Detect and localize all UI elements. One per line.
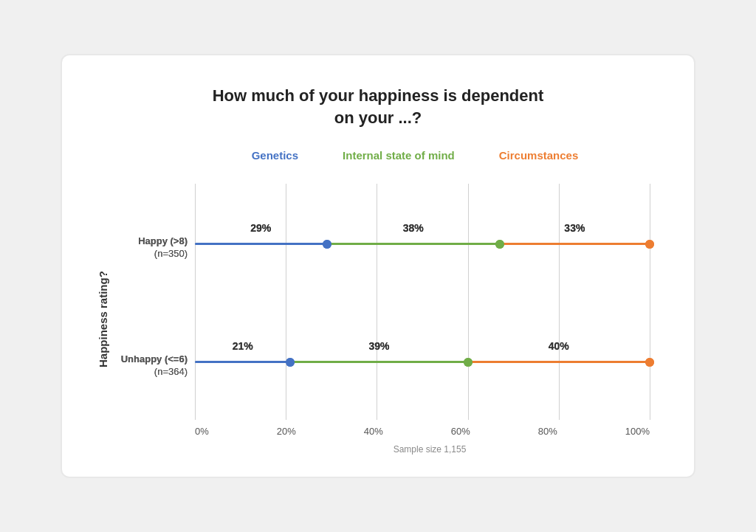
x-tick: 40% (364, 426, 383, 437)
chart-title: How much of your happiness is dependent … (92, 85, 664, 128)
genetics-pct-label: 29% (250, 222, 271, 234)
genetics-dot (323, 240, 331, 249)
grid-line (195, 184, 196, 420)
chart-card: How much of your happiness is dependent … (61, 54, 695, 478)
legend-internal: Internal state of mind (343, 149, 455, 162)
x-tick: 0% (195, 426, 209, 437)
circumstances-line (500, 243, 650, 245)
chart-inner: Happy (>8)(n=350)29%38%33%Unhappy (<=6)(… (114, 184, 664, 455)
grid-line (559, 184, 560, 420)
row-label: Unhappy (<=6)(n=364) (110, 353, 188, 379)
x-tick: 80% (538, 426, 557, 437)
x-tick: 60% (451, 426, 470, 437)
legend: Genetics Internal state of mind Circumst… (165, 149, 664, 162)
y-axis-label: Happiness rating? (92, 184, 114, 455)
internal-line (290, 361, 467, 363)
circumstances-pct-label: 40% (549, 340, 569, 352)
genetics-pct-label: 21% (233, 340, 253, 352)
circumstances-line (468, 361, 650, 363)
legend-circumstances: Circumstances (499, 149, 579, 162)
x-tick: 20% (277, 426, 296, 437)
internal-pct-label: 38% (403, 222, 424, 234)
genetics-line (195, 243, 327, 245)
internal-line (327, 243, 500, 245)
genetics-line (195, 361, 290, 363)
internal-dot (495, 240, 504, 249)
legend-genetics: Genetics (252, 149, 298, 162)
circumstances-dot (645, 240, 654, 249)
grid-line (286, 184, 286, 420)
sample-size: Sample size 1,155 (195, 444, 664, 455)
internal-pct-label: 39% (368, 340, 389, 352)
chart-area: Happiness rating? Happy (>8)(n=350)29%38… (92, 184, 664, 455)
circumstances-pct-label: 33% (564, 222, 585, 234)
genetics-dot (286, 358, 295, 367)
internal-dot (464, 358, 472, 367)
grid-line (650, 184, 650, 420)
grid-line (377, 184, 377, 420)
plot-area: Happy (>8)(n=350)29%38%33%Unhappy (<=6)(… (195, 184, 650, 420)
circumstances-dot (645, 358, 654, 367)
x-axis: 0%20%40%60%80%100% (195, 426, 650, 437)
row-label: Happy (>8)(n=350) (110, 235, 188, 260)
x-tick: 100% (625, 426, 650, 437)
grid-line (468, 184, 469, 420)
